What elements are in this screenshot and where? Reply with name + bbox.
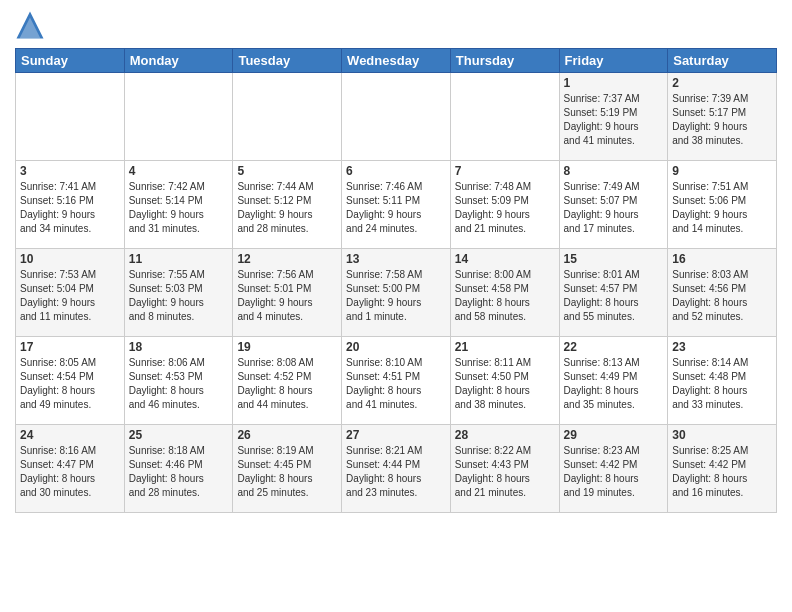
- day-info: Sunrise: 8:11 AM Sunset: 4:50 PM Dayligh…: [455, 356, 555, 412]
- day-number: 19: [237, 340, 337, 354]
- calendar-cell: 17Sunrise: 8:05 AM Sunset: 4:54 PM Dayli…: [16, 337, 125, 425]
- day-number: 11: [129, 252, 229, 266]
- day-number: 29: [564, 428, 664, 442]
- day-info: Sunrise: 7:49 AM Sunset: 5:07 PM Dayligh…: [564, 180, 664, 236]
- calendar-cell: 24Sunrise: 8:16 AM Sunset: 4:47 PM Dayli…: [16, 425, 125, 513]
- calendar-cell: 19Sunrise: 8:08 AM Sunset: 4:52 PM Dayli…: [233, 337, 342, 425]
- day-number: 8: [564, 164, 664, 178]
- day-info: Sunrise: 7:53 AM Sunset: 5:04 PM Dayligh…: [20, 268, 120, 324]
- logo: [15, 10, 49, 40]
- logo-icon: [15, 10, 45, 40]
- day-number: 17: [20, 340, 120, 354]
- calendar-cell: 22Sunrise: 8:13 AM Sunset: 4:49 PM Dayli…: [559, 337, 668, 425]
- calendar-cell: 5Sunrise: 7:44 AM Sunset: 5:12 PM Daylig…: [233, 161, 342, 249]
- calendar-header-row: SundayMondayTuesdayWednesdayThursdayFrid…: [16, 49, 777, 73]
- day-info: Sunrise: 8:19 AM Sunset: 4:45 PM Dayligh…: [237, 444, 337, 500]
- day-number: 9: [672, 164, 772, 178]
- calendar-header-monday: Monday: [124, 49, 233, 73]
- day-number: 12: [237, 252, 337, 266]
- day-info: Sunrise: 8:23 AM Sunset: 4:42 PM Dayligh…: [564, 444, 664, 500]
- day-info: Sunrise: 7:46 AM Sunset: 5:11 PM Dayligh…: [346, 180, 446, 236]
- day-number: 14: [455, 252, 555, 266]
- day-info: Sunrise: 7:37 AM Sunset: 5:19 PM Dayligh…: [564, 92, 664, 148]
- day-number: 2: [672, 76, 772, 90]
- calendar-cell: 12Sunrise: 7:56 AM Sunset: 5:01 PM Dayli…: [233, 249, 342, 337]
- calendar-cell: 20Sunrise: 8:10 AM Sunset: 4:51 PM Dayli…: [342, 337, 451, 425]
- day-number: 24: [20, 428, 120, 442]
- day-info: Sunrise: 7:48 AM Sunset: 5:09 PM Dayligh…: [455, 180, 555, 236]
- calendar-cell: 8Sunrise: 7:49 AM Sunset: 5:07 PM Daylig…: [559, 161, 668, 249]
- day-info: Sunrise: 7:56 AM Sunset: 5:01 PM Dayligh…: [237, 268, 337, 324]
- day-number: 21: [455, 340, 555, 354]
- header: [15, 10, 777, 40]
- calendar-cell: [233, 73, 342, 161]
- day-info: Sunrise: 8:25 AM Sunset: 4:42 PM Dayligh…: [672, 444, 772, 500]
- day-number: 4: [129, 164, 229, 178]
- calendar-header-wednesday: Wednesday: [342, 49, 451, 73]
- day-info: Sunrise: 7:39 AM Sunset: 5:17 PM Dayligh…: [672, 92, 772, 148]
- day-info: Sunrise: 8:01 AM Sunset: 4:57 PM Dayligh…: [564, 268, 664, 324]
- calendar-cell: 2Sunrise: 7:39 AM Sunset: 5:17 PM Daylig…: [668, 73, 777, 161]
- day-number: 3: [20, 164, 120, 178]
- calendar-cell: 4Sunrise: 7:42 AM Sunset: 5:14 PM Daylig…: [124, 161, 233, 249]
- day-info: Sunrise: 8:05 AM Sunset: 4:54 PM Dayligh…: [20, 356, 120, 412]
- calendar-cell: 21Sunrise: 8:11 AM Sunset: 4:50 PM Dayli…: [450, 337, 559, 425]
- day-number: 5: [237, 164, 337, 178]
- calendar-table: SundayMondayTuesdayWednesdayThursdayFrid…: [15, 48, 777, 513]
- calendar-cell: 23Sunrise: 8:14 AM Sunset: 4:48 PM Dayli…: [668, 337, 777, 425]
- calendar-cell: 6Sunrise: 7:46 AM Sunset: 5:11 PM Daylig…: [342, 161, 451, 249]
- day-number: 20: [346, 340, 446, 354]
- day-number: 26: [237, 428, 337, 442]
- day-info: Sunrise: 8:18 AM Sunset: 4:46 PM Dayligh…: [129, 444, 229, 500]
- day-number: 7: [455, 164, 555, 178]
- day-number: 28: [455, 428, 555, 442]
- calendar-cell: [124, 73, 233, 161]
- calendar-week-1: 1Sunrise: 7:37 AM Sunset: 5:19 PM Daylig…: [16, 73, 777, 161]
- calendar-cell: 14Sunrise: 8:00 AM Sunset: 4:58 PM Dayli…: [450, 249, 559, 337]
- day-number: 27: [346, 428, 446, 442]
- day-info: Sunrise: 8:22 AM Sunset: 4:43 PM Dayligh…: [455, 444, 555, 500]
- day-info: Sunrise: 8:13 AM Sunset: 4:49 PM Dayligh…: [564, 356, 664, 412]
- day-number: 6: [346, 164, 446, 178]
- day-number: 18: [129, 340, 229, 354]
- day-number: 23: [672, 340, 772, 354]
- calendar-cell: 7Sunrise: 7:48 AM Sunset: 5:09 PM Daylig…: [450, 161, 559, 249]
- day-info: Sunrise: 8:06 AM Sunset: 4:53 PM Dayligh…: [129, 356, 229, 412]
- page: SundayMondayTuesdayWednesdayThursdayFrid…: [0, 0, 792, 612]
- calendar-cell: 16Sunrise: 8:03 AM Sunset: 4:56 PM Dayli…: [668, 249, 777, 337]
- day-info: Sunrise: 7:41 AM Sunset: 5:16 PM Dayligh…: [20, 180, 120, 236]
- day-info: Sunrise: 8:14 AM Sunset: 4:48 PM Dayligh…: [672, 356, 772, 412]
- calendar-cell: 25Sunrise: 8:18 AM Sunset: 4:46 PM Dayli…: [124, 425, 233, 513]
- calendar-cell: 11Sunrise: 7:55 AM Sunset: 5:03 PM Dayli…: [124, 249, 233, 337]
- calendar-cell: 13Sunrise: 7:58 AM Sunset: 5:00 PM Dayli…: [342, 249, 451, 337]
- day-number: 16: [672, 252, 772, 266]
- day-info: Sunrise: 8:03 AM Sunset: 4:56 PM Dayligh…: [672, 268, 772, 324]
- day-number: 30: [672, 428, 772, 442]
- day-number: 15: [564, 252, 664, 266]
- day-number: 22: [564, 340, 664, 354]
- day-number: 25: [129, 428, 229, 442]
- calendar-header-saturday: Saturday: [668, 49, 777, 73]
- calendar-cell: 1Sunrise: 7:37 AM Sunset: 5:19 PM Daylig…: [559, 73, 668, 161]
- day-info: Sunrise: 8:10 AM Sunset: 4:51 PM Dayligh…: [346, 356, 446, 412]
- calendar-cell: 27Sunrise: 8:21 AM Sunset: 4:44 PM Dayli…: [342, 425, 451, 513]
- calendar-cell: 30Sunrise: 8:25 AM Sunset: 4:42 PM Dayli…: [668, 425, 777, 513]
- day-info: Sunrise: 7:42 AM Sunset: 5:14 PM Dayligh…: [129, 180, 229, 236]
- calendar-cell: [450, 73, 559, 161]
- calendar-week-3: 10Sunrise: 7:53 AM Sunset: 5:04 PM Dayli…: [16, 249, 777, 337]
- day-info: Sunrise: 7:55 AM Sunset: 5:03 PM Dayligh…: [129, 268, 229, 324]
- calendar-cell: 29Sunrise: 8:23 AM Sunset: 4:42 PM Dayli…: [559, 425, 668, 513]
- calendar-cell: 15Sunrise: 8:01 AM Sunset: 4:57 PM Dayli…: [559, 249, 668, 337]
- day-info: Sunrise: 8:00 AM Sunset: 4:58 PM Dayligh…: [455, 268, 555, 324]
- day-number: 10: [20, 252, 120, 266]
- day-info: Sunrise: 8:08 AM Sunset: 4:52 PM Dayligh…: [237, 356, 337, 412]
- day-info: Sunrise: 7:51 AM Sunset: 5:06 PM Dayligh…: [672, 180, 772, 236]
- calendar-cell: [16, 73, 125, 161]
- calendar-cell: 26Sunrise: 8:19 AM Sunset: 4:45 PM Dayli…: [233, 425, 342, 513]
- day-number: 13: [346, 252, 446, 266]
- calendar-header-tuesday: Tuesday: [233, 49, 342, 73]
- calendar-cell: 18Sunrise: 8:06 AM Sunset: 4:53 PM Dayli…: [124, 337, 233, 425]
- day-number: 1: [564, 76, 664, 90]
- calendar-cell: 3Sunrise: 7:41 AM Sunset: 5:16 PM Daylig…: [16, 161, 125, 249]
- day-info: Sunrise: 7:44 AM Sunset: 5:12 PM Dayligh…: [237, 180, 337, 236]
